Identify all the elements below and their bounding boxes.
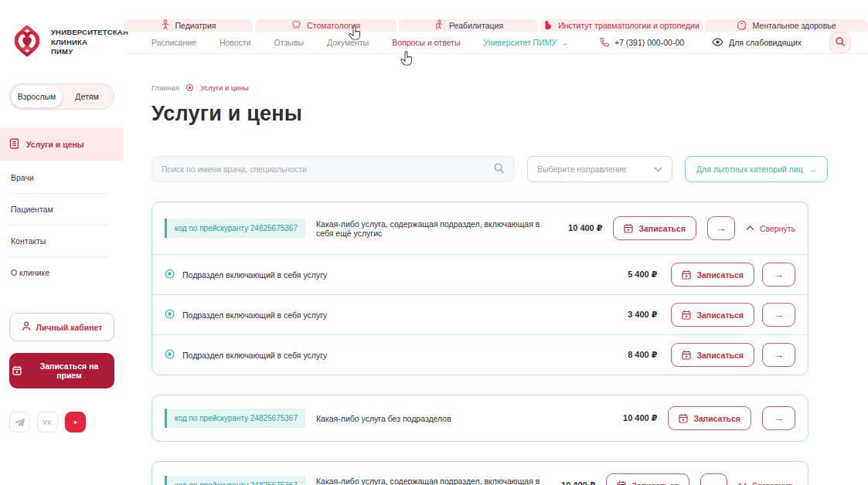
- search-icon: [835, 36, 846, 49]
- service-card-collapsed: код по прейскуранту 24825675367 Какая-ли…: [151, 461, 808, 485]
- tab-label: Ментальное здоровье: [752, 21, 836, 30]
- book-label: Записаться: [693, 414, 740, 423]
- arrow-right-icon: →: [560, 38, 569, 47]
- book-label: Записаться: [638, 224, 686, 233]
- document-icon: [9, 138, 19, 151]
- appointment-label: Записаться на прием: [27, 361, 111, 380]
- service-detail-arrow-button[interactable]: →: [762, 303, 795, 327]
- sidebar-item-about[interactable]: О клинике: [9, 257, 110, 288]
- tab-pediatrics[interactable]: Педиатрия: [124, 19, 253, 32]
- logo-hearts-icon: [9, 23, 45, 62]
- pricelist-code: код по прейскуранту 24825675367: [167, 409, 305, 428]
- sidebar-item-patients[interactable]: Пациентам: [9, 194, 110, 226]
- sidebar-menu: Врачи Пациентам Контакты О клинике: [9, 162, 110, 288]
- calendar-icon: [679, 413, 688, 423]
- subservice-price: 5 400 ₽: [628, 270, 657, 280]
- university-label: Университет ПИМУ: [484, 38, 557, 47]
- sidebar: УНИВЕРСИТЕТСКАЯ КЛИНИКА ПИМУ Взрослым Де…: [0, 0, 124, 485]
- accessibility-toggle[interactable]: Для слабовидящих: [712, 38, 802, 48]
- benefits-label: Для льготных категорий лиц: [696, 164, 803, 174]
- pricelist-code-badge: код по прейскуранту 24825675367: [165, 219, 305, 238]
- youtube-icon[interactable]: [65, 412, 86, 432]
- breadcrumb-separator-icon: [186, 84, 193, 91]
- pricelist-code-badge: код по прейскуранту 24825675367: [165, 476, 305, 485]
- clinic-logo[interactable]: УНИВЕРСИТЕТСКАЯ КЛИНИКА ПИМУ: [0, 23, 124, 62]
- direction-select[interactable]: Выберите направление: [527, 156, 672, 182]
- tab-rehabilitation[interactable]: Реабилитация: [399, 19, 538, 32]
- nav-faq[interactable]: Вопросы и ответы: [392, 38, 460, 47]
- service-price: 10 400 ₽: [568, 223, 602, 233]
- account-label: Личный кабинет: [36, 323, 103, 332]
- service-detail-arrow-button[interactable]: →: [762, 343, 795, 367]
- nav-schedule[interactable]: Расписание: [151, 38, 196, 47]
- service-detail-arrow-button[interactable]: →: [762, 263, 795, 287]
- vk-icon[interactable]: VK: [37, 412, 58, 432]
- breadcrumb: Главная Услуги и цены: [151, 83, 808, 92]
- nav-news[interactable]: Новости: [220, 38, 251, 47]
- doctor-search-box: [151, 156, 515, 182]
- sidebar-item-services-active[interactable]: Услуги и цены: [0, 128, 124, 161]
- telegram-icon[interactable]: [9, 412, 30, 432]
- breadcrumb-current: Услуги и цены: [200, 83, 249, 92]
- book-service-button[interactable]: Записаться: [668, 406, 751, 430]
- secondary-nav: Расписание Новости Отзывы Документы Вопр…: [124, 32, 868, 54]
- clinic-name: УНИВЕРСИТЕТСКАЯ КЛИНИКА ПИМУ: [51, 28, 128, 57]
- service-card-header: код по прейскуранту 24825675367 Какая-ли…: [152, 395, 808, 441]
- tab-traumatology[interactable]: Институт травматологии и ортопедии: [540, 19, 703, 32]
- collapse-toggle[interactable]: Свернуть: [746, 224, 795, 233]
- expand-toggle[interactable]: Развернуть: [738, 481, 795, 485]
- calendar-icon: [682, 310, 691, 320]
- benefits-categories-link[interactable]: Для льготных категорий лиц →: [685, 156, 828, 182]
- book-service-button[interactable]: Записаться: [613, 216, 696, 240]
- service-detail-arrow-button[interactable]: →: [707, 216, 735, 240]
- search-button[interactable]: [829, 32, 851, 53]
- subservice-price: 8 400 ₽: [628, 350, 657, 360]
- service-card-expanded: код по прейскуранту 24825675367 Какая-ли…: [151, 202, 808, 375]
- book-service-button[interactable]: Записаться: [671, 303, 754, 327]
- department-tabs: Педиатрия Стоматология Реабилитация: [124, 19, 868, 32]
- tab-label: Стоматология: [307, 21, 360, 30]
- bone-icon: [543, 20, 553, 32]
- subservice-title: Подраздел включающий в себя услугу: [182, 351, 620, 360]
- calendar-icon: [682, 350, 691, 360]
- phone-number: +7 (391) 000-00-00: [614, 38, 684, 47]
- service-title: Какая-либо услуга, содержащая подраздел,…: [316, 477, 550, 485]
- tab-dentistry[interactable]: Стоматология: [255, 19, 397, 32]
- tab-label: Институт травматологии и ортопедии: [558, 21, 700, 30]
- toggle-children[interactable]: Детям: [62, 86, 112, 107]
- calendar-icon: [617, 480, 626, 485]
- target-dot-icon: [165, 308, 175, 322]
- nav-documents[interactable]: Документы: [327, 38, 369, 47]
- breadcrumb-home[interactable]: Главная: [151, 83, 179, 92]
- page-title: Услуги и цены: [151, 102, 808, 126]
- chevron-up-icon: [746, 226, 754, 231]
- service-detail-arrow-button[interactable]: →: [700, 473, 727, 485]
- nav-university-link[interactable]: Университет ПИМУ →: [484, 38, 569, 47]
- sidebar-item-doctors[interactable]: Врачи: [9, 162, 110, 194]
- book-label: Записаться: [696, 351, 744, 360]
- doctor-search-input[interactable]: [162, 164, 493, 174]
- target-dot-icon: [165, 268, 175, 282]
- expand-label: Развернуть: [752, 481, 795, 485]
- personal-account-button[interactable]: Личный кабинет: [9, 313, 114, 341]
- book-service-button[interactable]: Записаться: [671, 263, 754, 287]
- book-service-button[interactable]: Записаться: [671, 343, 754, 367]
- service-title: Какая-либо услуга, содержащая подраздел,…: [316, 219, 557, 238]
- accessibility-label: Для слабовидящих: [729, 38, 802, 47]
- eye-icon: [712, 38, 723, 48]
- service-card-flat: код по прейскуранту 24825675367 Какая-ли…: [151, 395, 808, 442]
- book-appointment-button[interactable]: Записаться на прием: [9, 353, 114, 388]
- content: Главная Услуги и цены Услуги и цены Выбе…: [124, 54, 868, 485]
- sidebar-item-contacts[interactable]: Контакты: [9, 226, 110, 257]
- nav-reviews[interactable]: Отзывы: [274, 38, 304, 47]
- toggle-adults[interactable]: Взрослым: [12, 86, 62, 107]
- pricelist-code: код по прейскуранту 24825675367: [167, 219, 305, 238]
- tab-mental-health[interactable]: Ментальное здоровье: [705, 19, 868, 32]
- subservice-title: Подраздел включающий в себя услугу: [182, 310, 620, 320]
- book-service-button[interactable]: Записаться: [606, 473, 689, 485]
- nav-right-group: +7 (391) 000-00-00 Для слабовидящих: [599, 32, 851, 53]
- subservice-row: Подраздел включающий в себя услугу 3 400…: [152, 294, 808, 334]
- service-detail-arrow-button[interactable]: →: [762, 406, 795, 430]
- subservice-row: Подраздел включающий в себя услугу 5 400…: [152, 254, 808, 294]
- phone-link[interactable]: +7 (391) 000-00-00: [599, 37, 684, 49]
